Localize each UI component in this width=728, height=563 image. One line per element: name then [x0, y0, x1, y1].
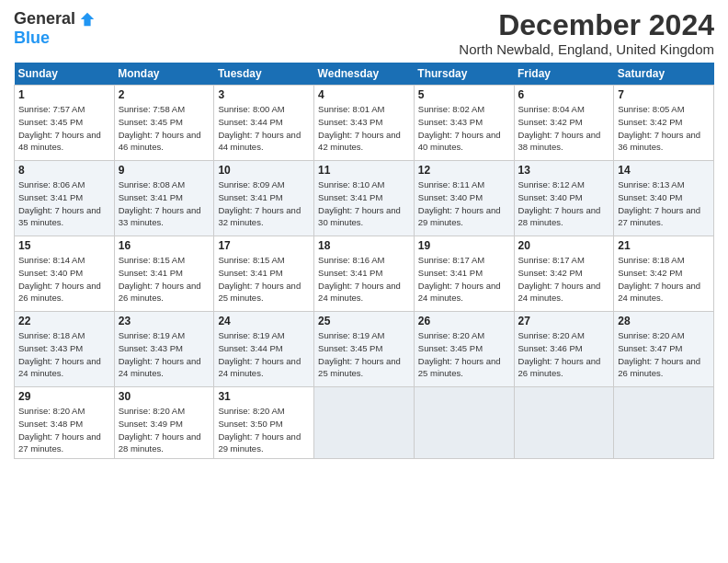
day-number: 16	[119, 239, 210, 252]
day-detail: Sunrise: 8:09 AMSunset: 3:41 PMDaylight:…	[218, 179, 301, 227]
day-detail: Sunrise: 7:57 AMSunset: 3:45 PMDaylight:…	[18, 104, 101, 152]
day-detail: Sunrise: 8:13 AMSunset: 3:40 PMDaylight:…	[618, 179, 700, 227]
day-detail: Sunrise: 8:20 AMSunset: 3:48 PMDaylight:…	[18, 406, 101, 454]
day-detail: Sunrise: 8:06 AMSunset: 3:41 PMDaylight:…	[18, 179, 101, 227]
table-row: 15 Sunrise: 8:14 AMSunset: 3:40 PMDaylig…	[15, 236, 115, 312]
table-row: 30 Sunrise: 8:20 AMSunset: 3:49 PMDaylig…	[114, 387, 214, 459]
day-number: 23	[119, 315, 210, 327]
day-number: 13	[518, 164, 610, 177]
day-detail: Sunrise: 8:00 AMSunset: 3:44 PMDaylight:…	[218, 104, 301, 152]
day-number: 28	[618, 315, 710, 327]
day-number: 6	[518, 88, 610, 101]
day-detail: Sunrise: 8:17 AMSunset: 3:41 PMDaylight:…	[418, 255, 501, 303]
svg-marker-0	[81, 12, 94, 25]
logo-icon	[79, 11, 96, 28]
day-detail: Sunrise: 8:16 AMSunset: 3:41 PMDaylight:…	[318, 255, 401, 303]
title-section: December 2024 North Newbald, England, Un…	[459, 9, 714, 57]
table-row: 9 Sunrise: 8:08 AMSunset: 3:41 PMDayligh…	[114, 161, 214, 236]
table-row: 5 Sunrise: 8:02 AMSunset: 3:43 PMDayligh…	[414, 86, 514, 161]
table-row: 16 Sunrise: 8:15 AMSunset: 3:41 PMDaylig…	[114, 236, 214, 312]
logo-general-text: General	[14, 9, 75, 29]
day-detail: Sunrise: 8:05 AMSunset: 3:42 PMDaylight:…	[618, 104, 700, 152]
day-number: 21	[618, 239, 710, 252]
day-number: 5	[418, 88, 510, 101]
calendar-table: Sunday Monday Tuesday Wednesday Thursday…	[14, 63, 714, 459]
table-row: 31 Sunrise: 8:20 AMSunset: 3:50 PMDaylig…	[214, 387, 314, 459]
day-detail: Sunrise: 8:20 AMSunset: 3:50 PMDaylight:…	[218, 406, 301, 454]
day-detail: Sunrise: 8:20 AMSunset: 3:45 PMDaylight:…	[418, 330, 501, 378]
day-number: 27	[518, 315, 610, 327]
day-number: 15	[18, 239, 110, 252]
table-row: 28 Sunrise: 8:20 AMSunset: 3:47 PMDaylig…	[614, 312, 714, 387]
day-number: 25	[318, 315, 410, 327]
table-row: 11 Sunrise: 8:10 AMSunset: 3:41 PMDaylig…	[314, 161, 415, 236]
table-row: 12 Sunrise: 8:11 AMSunset: 3:40 PMDaylig…	[414, 161, 514, 236]
table-row: 25 Sunrise: 8:19 AMSunset: 3:45 PMDaylig…	[314, 312, 415, 387]
table-row: 7 Sunrise: 8:05 AMSunset: 3:42 PMDayligh…	[614, 86, 714, 161]
header: General Blue December 2024 North Newbald…	[14, 9, 714, 57]
col-friday: Friday	[514, 63, 614, 86]
day-number: 7	[618, 88, 710, 101]
col-monday: Monday	[114, 63, 214, 86]
table-row: 18 Sunrise: 8:16 AMSunset: 3:41 PMDaylig…	[314, 236, 415, 312]
table-row: 22 Sunrise: 8:18 AMSunset: 3:43 PMDaylig…	[15, 312, 115, 387]
day-detail: Sunrise: 8:01 AMSunset: 3:43 PMDaylight:…	[318, 104, 401, 152]
table-row: 1 Sunrise: 7:57 AMSunset: 3:45 PMDayligh…	[15, 86, 115, 161]
day-number: 11	[318, 164, 410, 177]
table-row: 6 Sunrise: 8:04 AMSunset: 3:42 PMDayligh…	[514, 86, 614, 161]
day-number: 9	[119, 164, 210, 177]
day-detail: Sunrise: 8:18 AMSunset: 3:42 PMDaylight:…	[618, 255, 700, 303]
day-detail: Sunrise: 8:08 AMSunset: 3:41 PMDaylight:…	[119, 179, 201, 227]
day-number: 4	[318, 88, 410, 101]
day-detail: Sunrise: 8:20 AMSunset: 3:46 PMDaylight:…	[518, 330, 601, 378]
day-number: 8	[18, 164, 110, 177]
day-detail: Sunrise: 8:12 AMSunset: 3:40 PMDaylight:…	[518, 179, 601, 227]
table-row: 24 Sunrise: 8:19 AMSunset: 3:44 PMDaylig…	[214, 312, 314, 387]
day-number: 31	[218, 390, 310, 403]
day-detail: Sunrise: 8:20 AMSunset: 3:49 PMDaylight:…	[119, 406, 201, 454]
table-row: 8 Sunrise: 8:06 AMSunset: 3:41 PMDayligh…	[15, 161, 115, 236]
day-number: 14	[618, 164, 710, 177]
logo-blue-text: Blue	[14, 29, 50, 48]
day-detail: Sunrise: 8:04 AMSunset: 3:42 PMDaylight:…	[518, 104, 601, 152]
table-row: 17 Sunrise: 8:15 AMSunset: 3:41 PMDaylig…	[214, 236, 314, 312]
day-detail: Sunrise: 8:14 AMSunset: 3:40 PMDaylight:…	[18, 255, 101, 303]
page: General Blue December 2024 North Newbald…	[0, 0, 728, 563]
day-detail: Sunrise: 8:11 AMSunset: 3:40 PMDaylight:…	[418, 179, 501, 227]
day-detail: Sunrise: 8:02 AMSunset: 3:43 PMDaylight:…	[418, 104, 501, 152]
table-row: 3 Sunrise: 8:00 AMSunset: 3:44 PMDayligh…	[214, 86, 314, 161]
day-detail: Sunrise: 8:15 AMSunset: 3:41 PMDaylight:…	[218, 255, 301, 303]
col-saturday: Saturday	[614, 63, 714, 86]
logo: General Blue	[14, 9, 96, 48]
table-row: 13 Sunrise: 8:12 AMSunset: 3:40 PMDaylig…	[514, 161, 614, 236]
table-row: 2 Sunrise: 7:58 AMSunset: 3:45 PMDayligh…	[114, 86, 214, 161]
day-detail: Sunrise: 7:58 AMSunset: 3:45 PMDaylight:…	[119, 104, 201, 152]
table-row	[514, 387, 614, 459]
day-number: 24	[218, 315, 310, 327]
month-title: December 2024	[459, 9, 714, 41]
table-row: 23 Sunrise: 8:19 AMSunset: 3:43 PMDaylig…	[114, 312, 214, 387]
day-detail: Sunrise: 8:19 AMSunset: 3:43 PMDaylight:…	[119, 330, 201, 378]
table-row: 14 Sunrise: 8:13 AMSunset: 3:40 PMDaylig…	[614, 161, 714, 236]
calendar-header-row: Sunday Monday Tuesday Wednesday Thursday…	[15, 63, 714, 86]
table-row	[614, 387, 714, 459]
table-row: 29 Sunrise: 8:20 AMSunset: 3:48 PMDaylig…	[15, 387, 115, 459]
day-number: 10	[218, 164, 310, 177]
day-number: 3	[218, 88, 310, 101]
day-number: 18	[318, 239, 410, 252]
day-number: 29	[18, 390, 110, 403]
table-row: 4 Sunrise: 8:01 AMSunset: 3:43 PMDayligh…	[314, 86, 415, 161]
day-detail: Sunrise: 8:19 AMSunset: 3:44 PMDaylight:…	[218, 330, 301, 378]
col-tuesday: Tuesday	[214, 63, 314, 86]
table-row: 26 Sunrise: 8:20 AMSunset: 3:45 PMDaylig…	[414, 312, 514, 387]
day-number: 1	[18, 88, 110, 101]
day-number: 19	[418, 239, 510, 252]
table-row	[314, 387, 415, 459]
day-number: 26	[418, 315, 510, 327]
day-number: 22	[18, 315, 110, 327]
table-row: 10 Sunrise: 8:09 AMSunset: 3:41 PMDaylig…	[214, 161, 314, 236]
day-detail: Sunrise: 8:19 AMSunset: 3:45 PMDaylight:…	[318, 330, 401, 378]
day-number: 20	[518, 239, 610, 252]
col-sunday: Sunday	[15, 63, 115, 86]
table-row: 27 Sunrise: 8:20 AMSunset: 3:46 PMDaylig…	[514, 312, 614, 387]
